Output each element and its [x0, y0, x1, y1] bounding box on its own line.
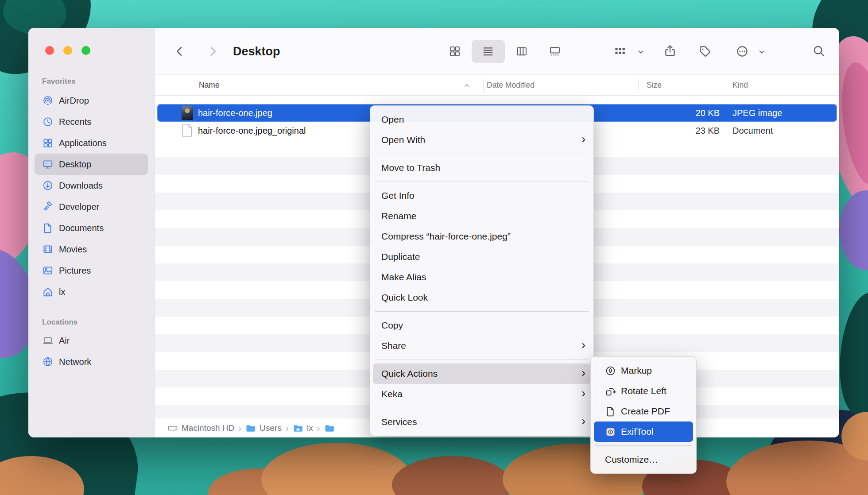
file-size: 23 KB [647, 122, 720, 139]
path-item-lx[interactable]: lx [293, 423, 313, 433]
file-name: hair-force-one.jpeg [198, 104, 272, 122]
sidebar-item-documents[interactable]: Documents [35, 217, 148, 239]
sidebar-item-movies[interactable]: Movies [35, 239, 148, 260]
path-item-folder[interactable] [324, 423, 338, 433]
document-file-icon [182, 124, 193, 138]
column-view-icon [515, 45, 528, 58]
icon-view-button[interactable] [438, 40, 472, 63]
menu-item-compress[interactable]: Compress “hair-force-one.jpeg” [370, 226, 593, 247]
gallery-view-icon [549, 45, 561, 58]
menu-item-services[interactable]: Services› [370, 412, 593, 432]
menu-item-keka[interactable]: Keka› [370, 384, 593, 404]
exiftool-icon [605, 426, 616, 437]
clock-icon [42, 116, 54, 128]
zoom-button[interactable] [81, 46, 90, 55]
sidebar-item-airdrop[interactable]: AirDrop [35, 90, 148, 111]
menu-item-label: Quick Actions [381, 368, 438, 379]
path-chevron-icon: › [238, 423, 241, 433]
column-header-date-modified[interactable]: Date Modified [487, 75, 535, 96]
sidebar-item-label: Downloads [59, 181, 103, 191]
column-header-kind[interactable]: Kind [732, 75, 748, 96]
share-button[interactable] [663, 44, 677, 58]
group-by-chevron-icon[interactable] [637, 48, 645, 56]
menu-item-open-with[interactable]: Open With› [370, 130, 593, 150]
gallery-view-button[interactable] [539, 40, 572, 63]
menu-item-quick-look[interactable]: Quick Look [370, 287, 593, 308]
document-icon [42, 222, 54, 234]
more-actions-chevron-icon[interactable] [758, 48, 766, 56]
window-title: Desktop [233, 28, 280, 75]
sort-ascending-icon[interactable] [463, 82, 470, 89]
close-button[interactable] [45, 46, 54, 55]
column-header-size[interactable]: Size [647, 75, 662, 96]
icon-view-icon [449, 45, 461, 58]
forward-button[interactable] [206, 45, 219, 58]
column-divider[interactable] [726, 79, 726, 91]
menu-item-quick-actions[interactable]: Quick Actions› [373, 364, 591, 384]
submenu-item-exiftool[interactable]: ExifTool [594, 422, 693, 442]
sidebar-item-label: Desktop [59, 159, 91, 170]
back-button[interactable] [173, 45, 186, 58]
markup-icon [605, 365, 616, 376]
tags-button[interactable] [698, 45, 712, 58]
sidebar-item-label: Movies [59, 244, 87, 255]
sidebar-item-network[interactable]: Network [35, 351, 148, 372]
sidebar-item-label: AirDrop [59, 96, 89, 106]
list-view-button[interactable] [472, 40, 505, 63]
sidebar-item-pictures[interactable]: Pictures [35, 260, 148, 281]
menu-item-rename[interactable]: Rename [370, 206, 593, 226]
sidebar-item-label: Pictures [59, 266, 91, 276]
submenu-item-label: Create PDF [621, 406, 670, 417]
sidebar-item-lx-home[interactable]: lx [35, 281, 148, 302]
menu-item-open[interactable]: Open [370, 109, 593, 130]
search-icon [812, 44, 825, 58]
column-divider[interactable] [638, 79, 639, 91]
jpeg-thumbnail-icon [182, 106, 193, 120]
path-chevron-icon: › [317, 423, 320, 433]
menu-item-copy[interactable]: Copy [370, 315, 593, 336]
submenu-item-rotate-left[interactable]: Rotate Left [591, 381, 696, 401]
wallpaper-shape [834, 290, 868, 418]
menu-item-share[interactable]: Share› [370, 336, 593, 356]
menu-item-label: Duplicate [381, 251, 420, 262]
sidebar-item-downloads[interactable]: Downloads [35, 175, 148, 196]
sidebar-item-desktop[interactable]: Desktop [35, 154, 148, 175]
menu-item-label: Rename [381, 211, 416, 221]
search-button[interactable] [812, 44, 825, 58]
wallpaper-shape [392, 456, 512, 495]
submenu-item-label: ExifTool [621, 426, 654, 437]
column-header-name[interactable]: Name [199, 75, 220, 96]
menu-item-duplicate[interactable]: Duplicate [370, 247, 593, 267]
view-switcher [438, 40, 572, 63]
folder-icon [245, 423, 256, 433]
menu-item-make-alias[interactable]: Make Alias [370, 267, 593, 287]
folder-icon [324, 423, 335, 433]
sidebar-item-air[interactable]: Air [35, 330, 148, 351]
submenu-item-markup[interactable]: Markup [591, 360, 696, 381]
sidebar-item-recents[interactable]: Recents [35, 111, 148, 132]
menu-item-get-info[interactable]: Get Info [370, 186, 593, 206]
submenu-item-create-pdf[interactable]: Create PDF [591, 401, 696, 422]
group-by-icon [613, 45, 627, 58]
menu-item-move-to-trash[interactable]: Move to Trash [370, 158, 593, 178]
menu-item-label: Quick Look [381, 292, 428, 303]
sidebar-item-applications[interactable]: Applications [35, 132, 148, 154]
path-item-users[interactable]: Users [245, 423, 282, 433]
file-size: 20 KB [647, 104, 720, 122]
path-item-macintosh-hd[interactable]: Macintosh HD [167, 423, 234, 433]
group-by-button[interactable] [613, 45, 627, 58]
sidebar-item-developer[interactable]: Developer [35, 196, 148, 217]
submenu-item-customize[interactable]: Customize… [591, 449, 696, 470]
more-actions-button[interactable] [736, 45, 749, 58]
minimize-button[interactable] [63, 46, 72, 55]
menu-separator [375, 154, 589, 154]
rotate-left-icon [605, 386, 616, 397]
column-divider[interactable] [483, 79, 484, 91]
sidebar-item-label: Air [59, 336, 70, 346]
downloads-icon [42, 180, 54, 191]
column-view-button[interactable] [505, 40, 539, 63]
submenu-chevron-icon: › [581, 415, 585, 427]
film-icon [42, 244, 54, 255]
hammer-icon [42, 201, 54, 213]
home-icon [42, 286, 54, 298]
